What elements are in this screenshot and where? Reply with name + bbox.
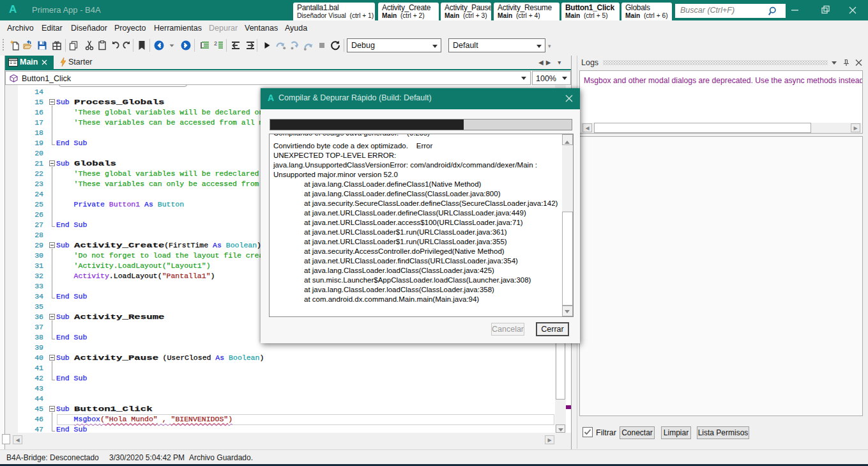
svg-text:2: 2 — [214, 40, 217, 47]
